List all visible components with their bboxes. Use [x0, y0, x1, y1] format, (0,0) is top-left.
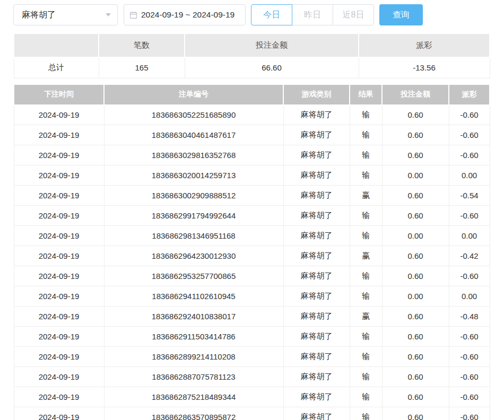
cell-game: 麻将胡了 — [283, 407, 350, 420]
cell-order: 1836862981346951168 — [104, 226, 283, 246]
cell-result: 赢 — [350, 246, 382, 266]
cell-bet: 0.60 — [382, 387, 449, 407]
cell-bet: 0.60 — [382, 145, 449, 165]
cell-payout: -0.60 — [449, 387, 490, 407]
col-header-payout: 派彩 — [449, 85, 490, 105]
cell-date: 2024-09-19 — [14, 206, 104, 226]
cell-game: 麻将胡了 — [283, 387, 350, 407]
toolbar: 麻将胡了 2024-09-19 ~ 2024-09-19 今日 昨日 近8日 查… — [13, 4, 504, 25]
page: 麻将胡了 2024-09-19 ~ 2024-09-19 今日 昨日 近8日 查… — [0, 0, 504, 420]
table-row: 2024-09-191836862924010838017麻将胡了赢0.60-0… — [14, 307, 490, 327]
cell-game: 麻将胡了 — [283, 206, 350, 226]
cell-game: 麻将胡了 — [283, 307, 350, 327]
cell-date: 2024-09-19 — [14, 145, 104, 165]
cell-date: 2024-09-19 — [14, 105, 104, 125]
cell-bet: 0.60 — [382, 367, 449, 387]
cell-date: 2024-09-19 — [14, 307, 104, 327]
cell-result: 输 — [350, 206, 382, 226]
summary-header-row: 笔数 投注金额 派彩 — [14, 34, 490, 57]
table-row: 2024-09-191836862911503414786麻将胡了输0.60-0… — [14, 327, 490, 347]
chevron-down-icon — [106, 13, 111, 16]
cell-game: 麻将胡了 — [283, 266, 350, 286]
col-header-result: 结果 — [350, 85, 382, 105]
table-row: 2024-09-191836863020014259713麻将胡了输0.000.… — [14, 165, 490, 186]
range-button-group: 今日 昨日 近8日 — [251, 4, 374, 25]
cell-bet: 0.60 — [382, 246, 449, 266]
cell-payout: 0.00 — [449, 226, 490, 246]
cell-game: 麻将胡了 — [283, 286, 350, 307]
range-button-yesterday[interactable]: 昨日 — [292, 4, 333, 25]
cell-bet: 0.60 — [382, 327, 449, 347]
table-row: 2024-09-191836862991794992644麻将胡了输0.60-0… — [14, 206, 490, 226]
cell-bet: 0.60 — [382, 266, 449, 286]
cell-date: 2024-09-19 — [14, 266, 104, 286]
cell-game: 麻将胡了 — [283, 226, 350, 246]
summary-total-row: 总计 165 66.60 -13.56 — [14, 57, 490, 78]
cell-bet: 0.00 — [382, 165, 449, 186]
cell-bet: 0.60 — [382, 347, 449, 367]
table-row: 2024-09-191836862953257700865麻将胡了输0.60-0… — [14, 266, 490, 286]
cell-game: 麻将胡了 — [283, 145, 350, 165]
cell-date: 2024-09-19 — [14, 246, 104, 266]
table-row: 2024-09-191836862875218489344麻将胡了输0.60-0… — [14, 387, 490, 407]
cell-order: 1836862924010838017 — [104, 307, 283, 327]
cell-date: 2024-09-19 — [14, 327, 104, 347]
range-button-last8days[interactable]: 近8日 — [333, 4, 374, 25]
cell-result: 输 — [350, 367, 382, 387]
cell-game: 麻将胡了 — [283, 246, 350, 266]
cell-order: 1836862941102610945 — [104, 286, 283, 307]
date-range-input[interactable]: 2024-09-19 ~ 2024-09-19 — [124, 4, 246, 25]
cell-payout: -0.60 — [449, 347, 490, 367]
cell-order: 1836862953257700865 — [104, 266, 283, 286]
query-button[interactable]: 查询 — [379, 4, 423, 25]
cell-payout: -0.54 — [449, 186, 490, 206]
cell-game: 麻将胡了 — [283, 327, 350, 347]
cell-order: 1836862899214110208 — [104, 347, 283, 367]
cell-game: 麻将胡了 — [283, 367, 350, 387]
date-range-value: 2024-09-19 ~ 2024-09-19 — [141, 10, 234, 20]
cell-payout: -0.60 — [449, 206, 490, 226]
cell-game: 麻将胡了 — [283, 186, 350, 206]
cell-result: 输 — [350, 407, 382, 420]
game-select[interactable]: 麻将胡了 — [13, 4, 118, 25]
cell-bet: 0.60 — [382, 105, 449, 125]
cell-payout: -0.60 — [449, 266, 490, 286]
summary-header-bet: 投注金额 — [185, 34, 359, 57]
summary-total-count: 165 — [99, 57, 185, 78]
cell-result: 输 — [350, 226, 382, 246]
col-header-bet-amount: 投注金额 — [382, 85, 449, 105]
cell-result: 输 — [350, 105, 382, 125]
table-row: 2024-09-191836863002909888512麻将胡了赢0.60-0… — [14, 186, 490, 206]
cell-result: 输 — [350, 387, 382, 407]
summary-total-payout: -13.56 — [359, 57, 490, 78]
cell-payout: -0.48 — [449, 307, 490, 327]
cell-bet: 0.60 — [382, 307, 449, 327]
summary-table: 笔数 投注金额 派彩 总计 165 66.60 -13.56 — [13, 34, 490, 78]
cell-result: 输 — [350, 145, 382, 165]
cell-result: 输 — [350, 327, 382, 347]
cell-payout: -0.60 — [449, 407, 490, 420]
cell-payout: 0.00 — [449, 165, 490, 186]
range-button-today[interactable]: 今日 — [251, 4, 292, 25]
cell-bet: 0.60 — [382, 206, 449, 226]
cell-game: 麻将胡了 — [283, 105, 350, 125]
table-row: 2024-09-191836862941102610945麻将胡了输0.000.… — [14, 286, 490, 307]
cell-payout: -0.60 — [449, 105, 490, 125]
cell-payout: -0.60 — [449, 367, 490, 387]
cell-date: 2024-09-19 — [14, 165, 104, 186]
game-select-value: 麻将胡了 — [22, 10, 56, 21]
cell-result: 赢 — [350, 186, 382, 206]
cell-payout: -0.60 — [449, 125, 490, 145]
cell-payout: 0.00 — [449, 286, 490, 307]
table-row: 2024-09-191836862899214110208麻将胡了输0.60-0… — [14, 347, 490, 367]
bet-table-header-row: 下注时间注单编号游戏类别结果投注金额派彩 — [14, 85, 490, 105]
table-row: 2024-09-191836863040461487617麻将胡了输0.60-0… — [14, 125, 490, 145]
bet-table-body: 2024-09-191836863052251685890麻将胡了输0.60-0… — [14, 105, 490, 420]
cell-date: 2024-09-19 — [14, 226, 104, 246]
table-row: 2024-09-191836863029816352768麻将胡了输0.60-0… — [14, 145, 490, 165]
cell-date: 2024-09-19 — [14, 186, 104, 206]
cell-game: 麻将胡了 — [283, 125, 350, 145]
cell-date: 2024-09-19 — [14, 347, 104, 367]
cell-order: 1836862863570895872 — [104, 407, 283, 420]
cell-date: 2024-09-19 — [14, 407, 104, 420]
